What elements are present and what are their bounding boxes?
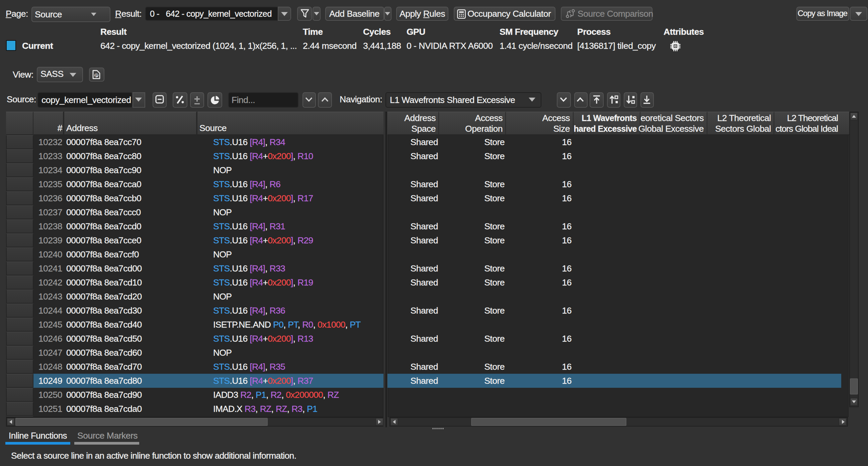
svg-text:P: P	[95, 73, 98, 78]
